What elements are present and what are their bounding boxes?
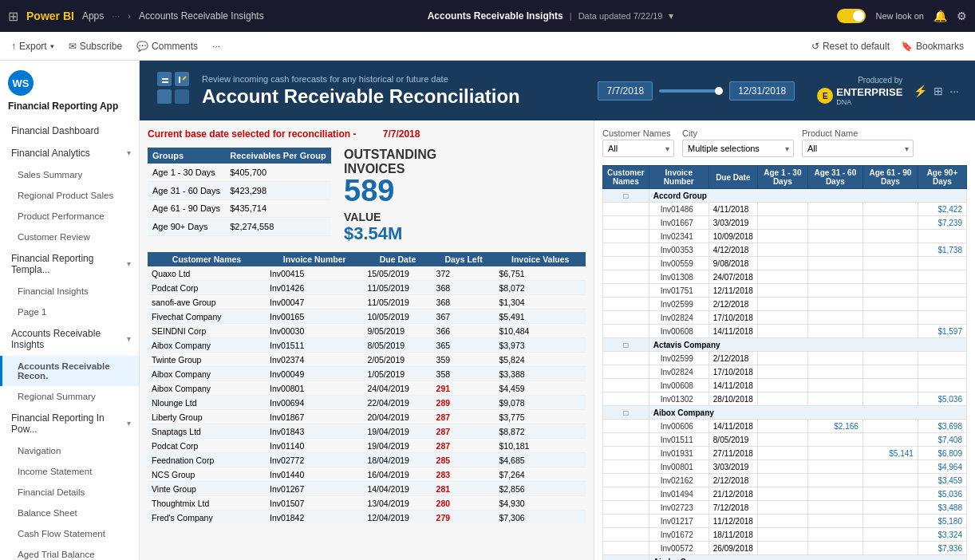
invoices-table-cell: $7,264 <box>495 467 586 482</box>
invoices-table-cell: Aibox Company <box>148 338 266 353</box>
groups-table-cell: $2,274,558 <box>225 218 331 236</box>
sidebar-item-customer-review[interactable]: Customer Review <box>0 227 139 247</box>
invoices-table-cell: 19/04/2019 <box>363 439 432 453</box>
invoices-table-cell: $4,459 <box>495 381 586 396</box>
invoices-table-cell: $8,872 <box>495 424 586 439</box>
comments-button[interactable]: 💬 Comments <box>136 41 198 52</box>
sidebar-item-accounts-receivable-recon[interactable]: Accounts Receivable Recon. <box>0 356 139 386</box>
expand-button[interactable]: □ <box>603 189 649 203</box>
invoices-table-cell: sanofi-ave Group <box>148 295 266 310</box>
bell-icon[interactable]: 🔔 <box>934 10 947 22</box>
due-date-cell: 4/12/2018 <box>709 243 757 257</box>
grid-icon[interactable]: ⊞ <box>8 9 18 24</box>
sidebar-item-sales-summary[interactable]: Sales Summary <box>0 164 139 185</box>
expand-button[interactable]: □ <box>603 338 649 352</box>
export-button[interactable]: ↑ Export ▾ <box>11 41 54 52</box>
product-filter-select[interactable]: All <box>802 140 914 157</box>
customer-filter-select[interactable]: All <box>602 140 674 157</box>
sidebar-item-balance-sheet[interactable]: Balance Sheet <box>0 503 139 523</box>
expand-button[interactable]: □ <box>603 555 649 561</box>
amount-cell <box>757 203 807 216</box>
matrix-invoice-row: Inv014864/11/2018$2,422 <box>603 203 967 216</box>
report-container: Review incoming cash forecasts for any h… <box>140 61 975 560</box>
sidebar-item-regional-product-sales[interactable]: Regional Product Sales <box>0 185 139 206</box>
sidebar-section-financial-analytics[interactable]: Financial Analytics ▾ <box>0 142 139 164</box>
sidebar-item-navigation[interactable]: Navigation <box>0 440 139 461</box>
sidebar-section-financial-reporting-template[interactable]: Financial Reporting Templa... ▾ <box>0 247 139 281</box>
groups-table-cell: Age 31 - 60 Days <box>148 181 225 199</box>
invoices-table-cell: 8/05/2019 <box>363 338 432 353</box>
due-date-cell: 10/09/2018 <box>709 230 757 243</box>
amount-cell <box>918 298 966 311</box>
filter-icon[interactable]: ⚡ <box>914 85 927 97</box>
sidebar-section-financial-reporting-in-pow[interactable]: Financial Reporting In Pow... ▾ <box>0 407 139 440</box>
sidebar-item-income-statement[interactable]: Income Statement <box>0 461 139 482</box>
bookmarks-button[interactable]: 🔖 Bookmarks <box>901 41 964 52</box>
table-row: sanofi-ave GroupInv0004711/05/2019368$1,… <box>148 295 586 310</box>
sidebar-item-regional-summary[interactable]: Regional Summary <box>0 386 139 407</box>
report-page-title: Accounts Receivable Insights <box>428 10 563 22</box>
invoices-table-cell: $8,072 <box>495 281 586 295</box>
sidebar-item-financial-details[interactable]: Financial Details <box>0 482 139 503</box>
invoices-table-cell: $10,181 <box>495 439 586 453</box>
amount-cell <box>807 311 862 325</box>
date-to[interactable]: 12/31/2018 <box>729 81 795 101</box>
invoice-number-cell: Inv01217 <box>649 515 709 528</box>
matrix-invoice-row: Inv0175112/11/2018 <box>603 284 967 298</box>
amount-cell <box>862 487 918 501</box>
invoices-table-cell: 368 <box>432 295 495 310</box>
edna-enterprise: ENTERPRISE <box>836 86 902 98</box>
table-row: Nlounge LtdInv0069422/04/2019289$9,078 <box>148 396 586 410</box>
sidebar-item-product-performance[interactable]: Product Performance <box>0 206 139 227</box>
matrix-col-header: Age 1 - 30 Days <box>757 166 807 189</box>
group-name-cell: Actavis Company <box>649 338 966 352</box>
amount-cell <box>757 515 807 528</box>
data-updated-chevron[interactable]: ▾ <box>669 10 673 22</box>
amount-cell <box>918 379 966 392</box>
date-from[interactable]: 7/7/2018 <box>598 81 653 101</box>
report-main-title: Account Receivable Reconciliation <box>202 85 586 108</box>
comments-icon: 💬 <box>136 41 148 52</box>
invoices-table-cell: 287 <box>432 410 495 424</box>
amount-cell <box>862 257 918 270</box>
sidebar-item-cash-flow-statement[interactable]: Cash Flow Statement <box>0 523 139 544</box>
invoices-table-cell: $6,751 <box>495 266 586 281</box>
more-options-icon[interactable]: ··· <box>949 85 959 97</box>
amount-cell: $6,809 <box>918 447 966 460</box>
matrix-invoice-row: Inv0282417/10/2018 <box>603 311 967 325</box>
subscribe-button[interactable]: ✉ Subscribe <box>69 41 122 52</box>
invoices-table-cell: Inv02374 <box>266 353 363 367</box>
expand-button[interactable]: □ <box>603 406 649 420</box>
settings-icon[interactable]: ⚙ <box>957 10 967 22</box>
more-label: ··· <box>212 41 220 52</box>
more-button[interactable]: ··· <box>212 41 220 52</box>
amount-cell: $7,408 <box>918 433 966 447</box>
export-icon: ↑ <box>11 41 16 52</box>
apps-link[interactable]: Apps <box>82 10 104 22</box>
reset-button[interactable]: ↺ Reset to default <box>811 41 890 52</box>
table-row: Podcat CorpInv0114019/04/2019287$10,181 <box>148 439 586 453</box>
due-date-cell: 9/08/2018 <box>709 257 757 270</box>
breadcrumb-item[interactable]: Accounts Receivable Insights <box>139 10 264 22</box>
date-range-slider[interactable] <box>659 89 723 93</box>
group-name-cell: Aimbo Corp <box>649 555 966 561</box>
city-filter-select[interactable]: Multiple selections <box>682 140 794 157</box>
expand-icon[interactable]: ⊞ <box>934 85 943 97</box>
sidebar-item-page1[interactable]: Page 1 <box>0 302 139 322</box>
sidebar-item-financial-insights[interactable]: Financial Insights <box>0 281 139 302</box>
sidebar-section-accounts-receivable[interactable]: Accounts Receivable Insights ▾ <box>0 322 139 356</box>
matrix-invoice-row: Inv0130228/10/2018$5,036 <box>603 392 967 406</box>
matrix-invoice-row: Inv0193127/11/2018$5,141$6,809 <box>603 447 967 460</box>
invoices-table-cell: NCS Group <box>148 467 266 482</box>
sidebar-label-financial-details: Financial Details <box>18 487 85 497</box>
sidebar-item-aged-trial-balance[interactable]: Aged Trial Balance <box>0 544 139 560</box>
matrix-invoice-row: Inv003534/12/2018$1,738 <box>603 243 967 257</box>
sidebar-item-financial-dashboard[interactable]: Financial Dashboard <box>0 120 139 142</box>
amount-cell <box>862 433 918 447</box>
sidebar-label-regional-product-sales: Regional Product Sales <box>18 191 113 200</box>
new-look-toggle[interactable] <box>837 9 866 23</box>
invoices-table-cell: 22/04/2019 <box>363 396 432 410</box>
report-title-area: Review incoming cash forecasts for any h… <box>202 74 586 108</box>
export-label: Export <box>19 41 47 52</box>
product-filter-group: Product Name All <box>802 128 914 157</box>
